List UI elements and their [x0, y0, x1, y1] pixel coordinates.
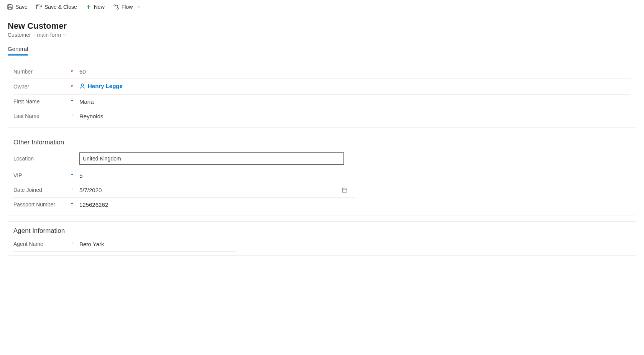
svg-rect-8	[342, 188, 347, 192]
field-vip[interactable]: VIP + 5	[13, 169, 355, 183]
label-number: Number	[13, 69, 71, 75]
chevron-down-icon	[62, 33, 66, 37]
location-input[interactable]	[79, 152, 344, 165]
recommended-indicator: +	[71, 113, 73, 117]
label-first-name: First Name	[13, 98, 71, 105]
recommended-indicator: +	[71, 187, 73, 191]
label-passport: Passport Number	[13, 201, 71, 208]
recommended-indicator: +	[71, 98, 73, 103]
subtitle: Customer · main form	[8, 32, 636, 38]
save-close-icon	[36, 4, 42, 10]
person-icon	[79, 83, 85, 89]
field-last-name[interactable]: Last Name + Reynolds	[13, 109, 631, 123]
page-title: New Customer	[8, 21, 636, 31]
recommended-indicator: +	[71, 241, 73, 245]
flow-button[interactable]: Flow	[111, 2, 144, 11]
new-button[interactable]: New	[83, 2, 107, 11]
value-agent-name: Beto Yark	[77, 241, 236, 247]
field-first-name[interactable]: First Name + Maria	[13, 95, 631, 109]
save-button[interactable]: Save	[5, 2, 30, 11]
form-body: Number * 60 Owner * Henry Legge	[0, 64, 644, 271]
section-other-information: Other Information Location VIP + 5 Date …	[8, 133, 636, 216]
tab-strip: General	[8, 43, 636, 56]
value-date-joined: 5/7/2020	[79, 187, 342, 193]
form-header: New Customer Customer · main form Genera…	[0, 14, 644, 59]
value-number: 60	[77, 68, 631, 75]
section-agent-information: Agent Information Agent Name + Beto Yark	[8, 221, 636, 256]
value-vip: 5	[77, 172, 355, 179]
entity-name: Customer	[8, 32, 31, 38]
tab-general[interactable]: General	[8, 43, 28, 56]
owner-name: Henry Legge	[88, 83, 123, 89]
chevron-down-icon	[136, 5, 141, 9]
plus-icon	[85, 4, 92, 10]
save-icon	[7, 4, 13, 10]
label-location: Location	[13, 155, 71, 162]
svg-point-7	[81, 84, 84, 86]
svg-rect-2	[8, 7, 12, 9]
field-date-joined[interactable]: Date Joined + 5/7/2020	[13, 183, 355, 198]
value-passport: 125626262	[77, 201, 355, 208]
label-agent-name: Agent Name	[13, 241, 71, 247]
svg-point-6	[117, 8, 118, 9]
flow-icon	[113, 4, 119, 10]
label-vip: VIP	[13, 172, 71, 178]
heading-other-information: Other Information	[8, 133, 636, 149]
form-name: main form	[37, 32, 61, 38]
recommended-indicator: +	[71, 172, 73, 177]
required-indicator: *	[71, 69, 73, 75]
save-close-label: Save & Close	[44, 4, 77, 10]
heading-agent-information: Agent Information	[8, 222, 636, 237]
svg-rect-3	[36, 5, 40, 9]
save-label: Save	[15, 4, 28, 10]
field-passport[interactable]: Passport Number + 125626262	[13, 198, 355, 212]
form-selector[interactable]: main form	[37, 32, 66, 38]
field-number[interactable]: Number * 60	[13, 64, 631, 79]
field-location[interactable]: Location	[13, 149, 355, 169]
flow-label: Flow	[122, 4, 133, 10]
svg-point-5	[114, 5, 115, 6]
required-indicator: *	[71, 83, 73, 90]
label-date-joined: Date Joined	[13, 187, 71, 193]
svg-rect-1	[9, 5, 11, 6]
section-general: Number * 60 Owner * Henry Legge	[8, 64, 636, 128]
label-owner: Owner	[13, 83, 71, 90]
owner-link[interactable]: Henry Legge	[79, 83, 123, 89]
command-bar: Save Save & Close New Flow	[0, 0, 644, 14]
separator-dot: ·	[33, 32, 35, 38]
calendar-icon[interactable]	[342, 187, 348, 193]
value-last-name: Reynolds	[77, 113, 631, 119]
svg-rect-4	[37, 5, 39, 6]
value-first-name: Maria	[77, 98, 631, 105]
label-last-name: Last Name	[13, 113, 71, 119]
recommended-indicator: +	[71, 201, 73, 206]
new-label: New	[94, 4, 105, 10]
save-close-button[interactable]: Save & Close	[34, 2, 79, 11]
field-agent-name[interactable]: Agent Name + Beto Yark	[13, 237, 236, 252]
field-owner[interactable]: Owner * Henry Legge	[13, 79, 631, 95]
